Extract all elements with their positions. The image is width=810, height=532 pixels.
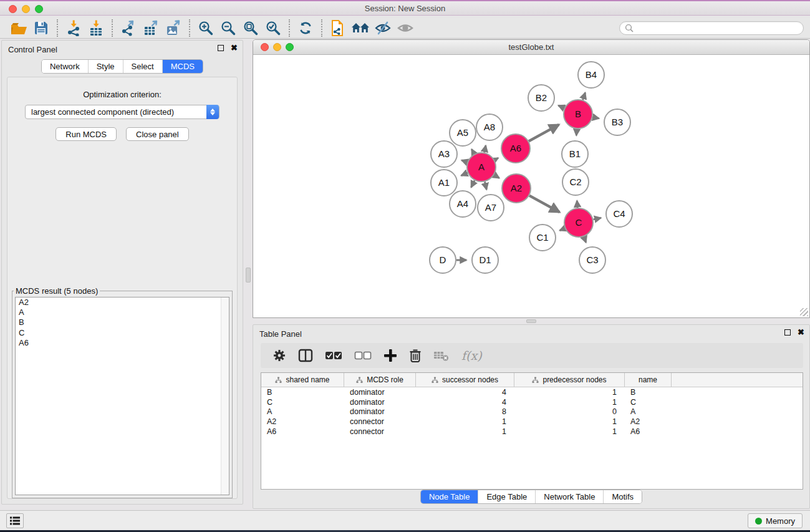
delete-row-icon[interactable]	[409, 349, 422, 362]
add-row-icon[interactable]	[383, 349, 397, 362]
graph-edge[interactable]	[471, 180, 475, 187]
graph-edge[interactable]	[593, 117, 599, 118]
column-header-successor-nodes[interactable]: successor nodes	[416, 373, 514, 387]
tab-motifs[interactable]: Motifs	[603, 490, 642, 503]
table-cell[interactable]: B	[261, 388, 344, 397]
graph-edge[interactable]	[529, 196, 559, 213]
export-table-icon[interactable]	[140, 19, 162, 37]
table-row[interactable]: Adominator80A	[261, 407, 803, 417]
table-cell[interactable]: 1	[514, 388, 625, 397]
table-cell[interactable]: A6	[625, 427, 672, 436]
task-history-button[interactable]	[6, 513, 24, 528]
tab-select[interactable]: Select	[123, 60, 162, 73]
graph-edge[interactable]	[529, 125, 559, 142]
scrollbar-track[interactable]	[221, 297, 229, 495]
table-cell[interactable]: dominator	[344, 398, 416, 407]
graph-edge[interactable]	[461, 160, 467, 162]
graph-edge[interactable]	[494, 158, 498, 160]
search-input[interactable]	[634, 24, 798, 32]
open-icon[interactable]	[7, 19, 30, 37]
network-window-titlebar[interactable]: testGlobe.txt	[253, 40, 809, 55]
table-row[interactable]: Bdominator41B	[261, 387, 803, 397]
search-field[interactable]	[619, 21, 804, 35]
select-all-icon[interactable]	[325, 351, 342, 360]
memory-button[interactable]: Memory	[748, 513, 803, 528]
close-panel-button[interactable]: Close panel	[126, 127, 189, 141]
graph-edge[interactable]	[576, 129, 577, 135]
column-header-mcds-role[interactable]: MCDS role	[344, 373, 416, 387]
import-network-icon[interactable]	[62, 19, 85, 37]
neighbors-icon[interactable]	[349, 19, 372, 37]
zoom-out-icon[interactable]	[217, 19, 239, 37]
zoom-selected-icon[interactable]	[262, 19, 284, 37]
table-cell[interactable]: 1	[514, 427, 625, 436]
table-cell[interactable]: A2	[625, 417, 672, 426]
column-header-name[interactable]: name	[625, 373, 672, 387]
table-cell[interactable]: C	[261, 398, 344, 407]
table-cell[interactable]: 8	[416, 407, 514, 416]
table-cell[interactable]: dominator	[344, 407, 416, 416]
network-canvas[interactable]: B4B2BB3A8A5A6B1A3AA1C2A2A4A7C4CC1C3DD1	[253, 55, 809, 317]
zoom-fit-icon[interactable]	[239, 19, 262, 37]
float-panel-icon[interactable]	[218, 45, 224, 51]
deselect-all-icon[interactable]	[354, 351, 372, 360]
graph-edge[interactable]	[559, 105, 565, 108]
table-cell[interactable]: 1	[514, 398, 625, 407]
table-cell[interactable]: A	[261, 407, 344, 416]
table-cell[interactable]: connector	[344, 417, 416, 426]
function-builder-icon[interactable]: f(x)	[461, 349, 482, 362]
export-image-icon[interactable]	[162, 19, 185, 37]
table-row[interactable]: Cdominator41C	[261, 397, 803, 407]
table-cell[interactable]: 4	[416, 398, 514, 407]
save-icon[interactable]	[30, 19, 52, 37]
refresh-icon[interactable]	[294, 19, 317, 37]
graph-edge[interactable]	[584, 237, 586, 243]
table-cell[interactable]: 1	[416, 427, 514, 436]
graph-edge[interactable]	[485, 181, 486, 189]
graph-edge[interactable]	[461, 173, 468, 175]
table-cell[interactable]: A	[625, 407, 672, 416]
import-table-icon[interactable]	[85, 19, 107, 37]
table-cell[interactable]: connector	[344, 427, 416, 436]
float-panel-icon[interactable]	[784, 329, 791, 336]
delete-table-icon[interactable]	[433, 349, 450, 362]
mcds-result-list[interactable]: A2ABCA6	[15, 297, 229, 495]
zoom-in-icon[interactable]	[195, 19, 217, 37]
horizontal-divider-grip[interactable]	[526, 319, 536, 323]
tab-network-table[interactable]: Network Table	[535, 490, 603, 503]
close-panel-icon[interactable]: ✖	[798, 329, 804, 336]
graph-edge[interactable]	[583, 93, 586, 100]
result-item[interactable]: A2	[16, 297, 229, 307]
column-header-predecessor-nodes[interactable]: predecessor nodes	[514, 373, 625, 387]
table-cell[interactable]: 1	[416, 417, 514, 426]
resize-grip-icon[interactable]	[800, 308, 808, 316]
table-cell[interactable]: 0	[514, 407, 625, 416]
table-cell[interactable]: A2	[261, 417, 344, 426]
graph-edge[interactable]	[471, 149, 474, 154]
table-cell[interactable]: 4	[416, 388, 514, 397]
table-cell[interactable]: C	[625, 398, 672, 407]
graph-edge[interactable]	[494, 175, 499, 178]
tab-style[interactable]: Style	[88, 60, 123, 73]
table-row[interactable]: A6connector11A6	[261, 427, 803, 437]
criterion-dropdown[interactable]: largest connected component (directed)	[25, 105, 219, 119]
tab-network[interactable]: Network	[42, 60, 88, 73]
tab-node-table[interactable]: Node Table	[421, 490, 478, 503]
tab-edge-table[interactable]: Edge Table	[478, 490, 535, 503]
result-item[interactable]: B	[16, 317, 229, 327]
table-cell[interactable]: dominator	[344, 388, 416, 397]
settings-gear-icon[interactable]	[272, 349, 286, 362]
export-network-icon[interactable]	[117, 19, 140, 37]
graph-edge[interactable]	[560, 228, 565, 230]
graph-edge[interactable]	[577, 201, 577, 208]
column-header-shared-name[interactable]: shared name	[261, 373, 344, 387]
graph-edge[interactable]	[485, 145, 486, 152]
result-item[interactable]: C	[16, 328, 229, 338]
hide-details-icon[interactable]	[372, 19, 394, 37]
tab-mcds[interactable]: MCDS	[162, 60, 203, 73]
table-cell[interactable]: A6	[261, 427, 344, 436]
graph-edge[interactable]	[594, 218, 601, 220]
toggle-column-icon[interactable]	[298, 349, 313, 362]
table-cell[interactable]: 1	[514, 417, 625, 426]
table-row[interactable]: A2connector11A2	[261, 417, 803, 427]
